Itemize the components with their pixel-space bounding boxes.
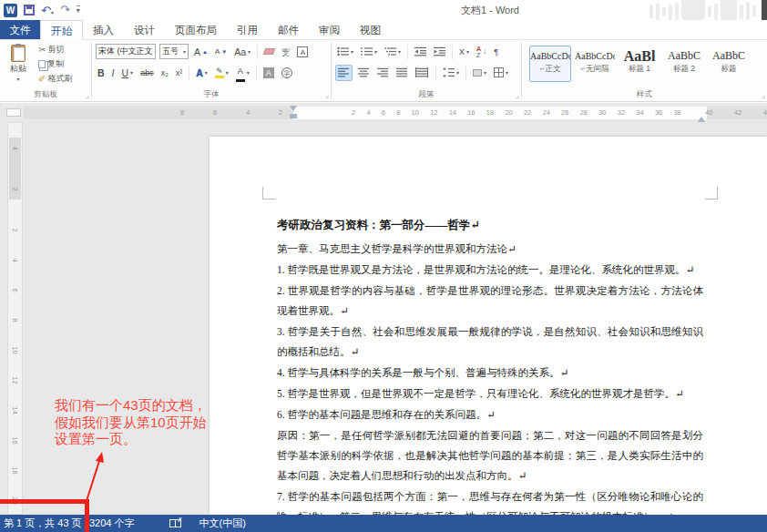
scissors-icon: ✂ xyxy=(38,45,46,55)
text-effects-button[interactable]: A▾ xyxy=(194,65,210,81)
left-indent-marker[interactable] xyxy=(290,114,297,118)
redo-icon[interactable]: ↷ xyxy=(60,3,70,17)
bullets-button[interactable]: ▾ xyxy=(335,44,355,60)
line-spacing-button[interactable]: ▾ xyxy=(441,65,461,81)
show-hide-marks-button[interactable]: ¶ xyxy=(492,44,500,60)
ruler-mid-numbers: 2468101214161820222426283032343638 xyxy=(352,107,681,119)
dialog-launcher-icon[interactable]: ⌟ xyxy=(516,92,519,99)
tab-mailings[interactable]: 邮件 xyxy=(268,20,309,39)
margin-crop-mark-right xyxy=(705,187,718,200)
word-count[interactable]: 3204 个字 xyxy=(89,517,135,530)
right-indent-marker[interactable] xyxy=(698,113,705,122)
font-color-button[interactable]: A▾ xyxy=(234,65,251,81)
word-window: W ↶▾ ↷ ▾ 文档1 - Word 文件 开始 插入 设计 页面布局 引用 … xyxy=(0,0,767,532)
style-normal[interactable]: AaBbCcDc ↵正文 xyxy=(529,46,571,82)
multilevel-list-icon xyxy=(384,46,396,56)
tab-file[interactable]: 文件 xyxy=(0,20,40,39)
doc-paragraph[interactable]: 7. 哲学的基本问题包括两个方面：第一，思维与存在何者为第一性（区分唯物论和唯心… xyxy=(277,486,703,515)
highlight-button[interactable]: ✎▾ xyxy=(213,65,230,81)
tab-references[interactable]: 引用 xyxy=(227,20,268,39)
clear-formatting-button[interactable] xyxy=(262,44,276,60)
underline-button[interactable]: U▾ xyxy=(120,65,136,81)
qat-customize-icon[interactable]: ▾ xyxy=(77,5,80,15)
clipboard-group-label: 剪贴板 xyxy=(0,89,91,100)
title-bar: W ↶▾ ↷ ▾ 文档1 - Word xyxy=(0,0,767,20)
doc-title[interactable]: 考研政治复习资料：第一部分——哲学↵ xyxy=(277,215,703,235)
paste-button[interactable]: 粘贴 ▾ xyxy=(4,43,33,85)
numbering-button[interactable]: ▾ xyxy=(359,44,379,60)
word-logo-icon[interactable]: W xyxy=(4,4,17,17)
copy-button[interactable]: 复制 xyxy=(36,57,74,70)
borders-button[interactable]: ▾ xyxy=(492,65,510,81)
doc-paragraph[interactable]: 3. 哲学是关于自然、社会和思维发展最一般规律的学说，是自然知识、社会知识和思维… xyxy=(277,322,703,362)
bullet-list-icon xyxy=(337,46,349,56)
doc-paragraph[interactable]: 5. 哲学是世界观，但是世界观不一定是哲学，只有理论化、系统化的世界观才是哲学。… xyxy=(277,384,703,404)
tab-page-layout[interactable]: 页面布局 xyxy=(165,20,227,39)
shrink-font-button[interactable]: A▼ xyxy=(213,44,229,60)
chevron-down-icon: ▾ xyxy=(183,48,186,55)
paste-label: 粘贴 xyxy=(10,63,26,75)
decrease-indent-button[interactable] xyxy=(413,44,428,60)
tab-view[interactable]: 视图 xyxy=(350,20,391,39)
character-shading-button[interactable]: A xyxy=(261,65,276,81)
undo-button[interactable]: ↶▾ xyxy=(41,2,54,18)
copy-icon xyxy=(38,60,46,68)
font-name-select[interactable]: 宋体 (中文正文▾ xyxy=(96,44,156,59)
style-heading2[interactable]: AaBbC 标题 2 xyxy=(663,46,705,82)
dialog-launcher-icon[interactable]: ⌟ xyxy=(762,92,765,99)
distribute-button[interactable] xyxy=(414,65,431,81)
language-indicator[interactable]: 中文(中国) xyxy=(199,517,246,530)
save-icon[interactable] xyxy=(24,5,35,15)
ribbon-tab-row: 文件 开始 插入 设计 页面布局 引用 邮件 审阅 视图 xyxy=(0,20,767,40)
doc-paragraph[interactable]: 1. 哲学既是世界观又是方法论，是世界观和方法论的统一。是理论化、系统化的世界观… xyxy=(277,260,703,280)
dialog-launcher-icon[interactable]: ⌟ xyxy=(325,92,329,99)
justify-button[interactable] xyxy=(394,65,410,81)
align-center-button[interactable] xyxy=(356,65,372,81)
clipboard-icon xyxy=(11,45,26,62)
quick-access-toolbar: W ↶▾ ↷ ▾ xyxy=(4,2,80,18)
enclose-characters-button[interactable]: 字 xyxy=(280,65,294,81)
doc-paragraph[interactable]: 2. 世界观是哲学的内容与基础，哲学是世界观的理论形态。世界观决定着方法论，方法… xyxy=(277,281,703,321)
multilevel-list-button[interactable]: ▾ xyxy=(383,44,403,60)
asian-layout-button[interactable]: X▾ xyxy=(457,44,471,60)
align-right-button[interactable] xyxy=(375,65,391,81)
doc-paragraph[interactable]: 第一章、马克思主义哲学是科学的世界观和方法论↵ xyxy=(277,239,703,259)
strikethrough-button[interactable]: abc xyxy=(138,65,156,81)
sort-az-icon: AZ xyxy=(476,46,481,58)
style-heading1[interactable]: AaBl 标题 1 xyxy=(619,46,660,82)
document-page[interactable]: 考研政治复习资料：第一部分——哲学↵ 第一章、马克思主义哲学是科学的世界观和方法… xyxy=(210,137,767,515)
tab-insert[interactable]: 插入 xyxy=(83,20,124,39)
doc-paragraph[interactable]: 6. 哲学的基本问题是思维和存在的关系问题。↵ xyxy=(277,404,703,425)
italic-button[interactable]: I xyxy=(110,65,117,81)
decrease-indent-icon xyxy=(414,46,426,56)
superscript-button[interactable]: x² xyxy=(174,65,185,81)
group-font: 宋体 (中文正文▾ 五号▾ A▲ A▼ Aa▾ wén文 A B I U▾ ab… xyxy=(92,40,331,101)
style-title[interactable]: AaBbC 标题 xyxy=(708,46,750,82)
tab-review[interactable]: 审阅 xyxy=(309,20,350,39)
font-size-select[interactable]: 五号▾ xyxy=(159,44,189,59)
shading-button[interactable]: ▾ xyxy=(471,65,488,81)
sort-button[interactable]: AZ↓ xyxy=(475,44,488,60)
bold-button[interactable]: B xyxy=(96,65,107,81)
phonetic-icon: wén文 xyxy=(281,47,290,56)
doc-paragraph[interactable]: 原因：第一，是任何哲学派别都无法回避的首要问题；第二，对这一问题的不同回答是划分… xyxy=(277,425,703,486)
proofing-error-icon[interactable]: ✗ xyxy=(169,519,181,527)
style-no-spacing[interactable]: AaBbCcDc ↵无间隔 xyxy=(574,46,616,82)
ruler-row: 8642 2468101214161820222426283032343638 … xyxy=(0,103,767,122)
numbered-list-icon xyxy=(361,46,373,56)
increase-indent-button[interactable] xyxy=(432,44,447,60)
group-clipboard: 粘贴 ▾ ✂剪切 复制 ✐格式刷 剪贴板 ⌟ xyxy=(0,40,91,101)
change-case-button[interactable]: Aa▾ xyxy=(232,44,252,60)
align-left-button[interactable] xyxy=(335,65,353,81)
dialog-launcher-icon[interactable]: ⌟ xyxy=(86,92,89,99)
subscript-button[interactable]: x₂ xyxy=(159,65,170,81)
cut-button[interactable]: ✂剪切 xyxy=(36,43,74,56)
phonetic-guide-button[interactable]: wén文 xyxy=(280,44,291,60)
tab-design[interactable]: 设计 xyxy=(124,20,165,39)
grow-font-button[interactable]: A▲ xyxy=(192,44,210,60)
format-painter-button[interactable]: ✐格式刷 xyxy=(36,72,74,85)
tab-home[interactable]: 开始 xyxy=(40,20,83,40)
character-border-button[interactable]: A xyxy=(295,44,310,60)
doc-paragraph[interactable]: 4. 哲学与具体科学的关系是一般与个别、普遍与特殊的关系。↵ xyxy=(277,363,703,383)
document-text[interactable]: 考研政治复习资料：第一部分——哲学↵ 第一章、马克思主义哲学是科学的世界观和方法… xyxy=(277,215,703,515)
